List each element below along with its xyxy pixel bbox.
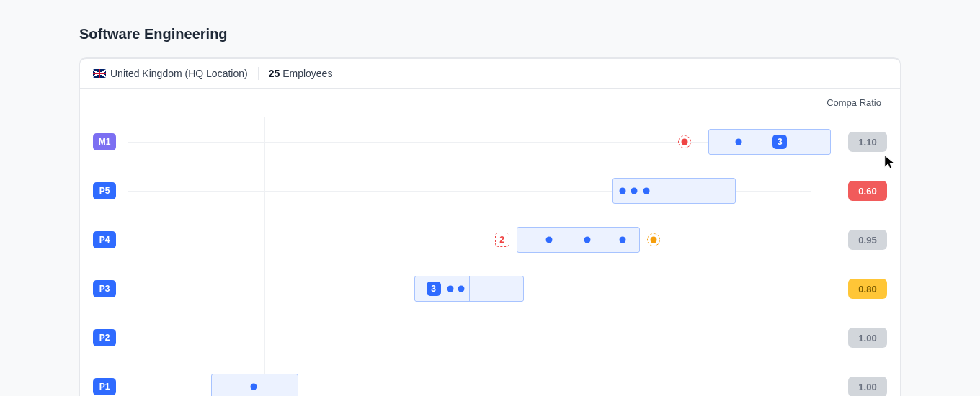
level-badge[interactable]: P5 <box>93 182 116 199</box>
employee-dot[interactable] <box>545 237 552 243</box>
level-row-m1: M131.10 <box>93 117 887 166</box>
level-badge[interactable]: P4 <box>93 231 116 248</box>
level-badge[interactable]: M1 <box>93 133 116 150</box>
employee-dot[interactable] <box>447 286 454 292</box>
employee-dot[interactable] <box>736 139 742 145</box>
location: United Kingdom (HQ Location) <box>93 68 248 79</box>
employee-dot[interactable] <box>251 384 257 390</box>
outlier-dot[interactable] <box>681 139 687 145</box>
employee-dot[interactable] <box>620 237 626 243</box>
salary-track: 3 <box>128 117 811 166</box>
employee-dot[interactable] <box>584 237 591 243</box>
level-row-p5: P50.60 <box>93 166 887 215</box>
level-row-p3: P330.80 <box>93 264 887 313</box>
compensation-card: United Kingdom (HQ Location) 25 Employee… <box>79 57 901 396</box>
band-midpoint <box>674 179 674 203</box>
salary-band[interactable] <box>708 129 832 155</box>
salary-track: 3 <box>128 264 811 313</box>
salary-track <box>128 313 811 362</box>
compa-ratio-pill[interactable]: 0.95 <box>848 230 887 250</box>
employee-count: 25 Employees <box>269 68 333 79</box>
card-header: United Kingdom (HQ Location) 25 Employee… <box>80 59 900 89</box>
band-midpoint <box>770 130 770 154</box>
level-row-p4: P420.95 <box>93 215 887 264</box>
employee-cluster-chip[interactable]: 3 <box>427 282 441 296</box>
below-band-cluster-chip[interactable]: 2 <box>495 233 509 247</box>
level-badge[interactable]: P2 <box>93 329 116 346</box>
employee-dot[interactable] <box>620 188 626 194</box>
level-badge[interactable]: P3 <box>93 280 116 297</box>
level-badge[interactable]: P1 <box>93 378 116 395</box>
salary-track: 2 <box>128 215 811 264</box>
page-title: Software Engineering <box>79 26 901 42</box>
employee-dot[interactable] <box>643 188 650 194</box>
compa-ratio-pill[interactable]: 0.80 <box>848 279 887 299</box>
compa-chart: Compa Ratio M131.10P50.60P420.95P330.80P… <box>80 89 900 396</box>
band-midpoint <box>469 276 470 301</box>
outlier-dot[interactable] <box>650 237 656 243</box>
employee-cluster-chip[interactable]: 3 <box>772 135 787 149</box>
level-row-p1: P11.00 <box>93 362 887 396</box>
band-midpoint <box>579 228 579 252</box>
salary-track <box>128 362 811 396</box>
compa-ratio-pill[interactable]: 0.60 <box>848 181 887 201</box>
compa-ratio-pill[interactable]: 1.10 <box>848 132 887 152</box>
salary-track <box>128 166 811 215</box>
compa-ratio-pill[interactable]: 1.00 <box>848 377 887 396</box>
compa-ratio-header: Compa Ratio <box>827 97 881 108</box>
flag-icon-uk <box>93 69 106 78</box>
divider <box>258 67 259 80</box>
compa-ratio-pill[interactable]: 1.00 <box>848 328 887 348</box>
location-label: United Kingdom (HQ Location) <box>110 68 248 79</box>
level-row-p2: P21.00 <box>93 313 887 362</box>
employee-dot[interactable] <box>631 188 638 194</box>
employee-dot[interactable] <box>458 286 464 292</box>
